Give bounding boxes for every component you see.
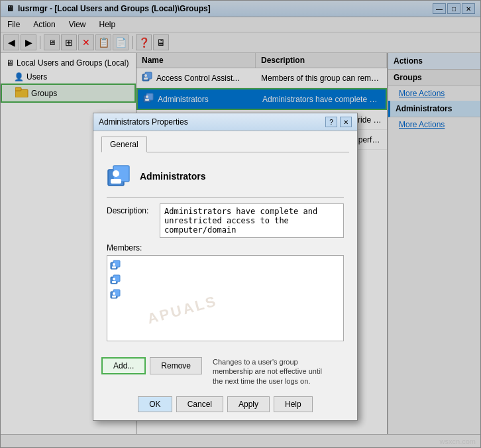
cancel-label: Cancel bbox=[187, 400, 212, 409]
dialog-title-bar: Administrators Properties ? ✕ bbox=[93, 113, 357, 131]
properties-dialog: Administrators Properties ? ✕ General bbox=[93, 113, 358, 421]
dialog-title: Administrators Properties bbox=[99, 117, 188, 127]
dialog-tabs: General bbox=[101, 137, 349, 152]
help-label: Help bbox=[285, 400, 301, 409]
apply-label: Apply bbox=[239, 400, 258, 409]
description-row: Description: bbox=[107, 203, 344, 238]
ok-label: OK bbox=[149, 400, 160, 409]
member-icon bbox=[110, 274, 122, 286]
svg-point-28 bbox=[113, 278, 115, 280]
divider-1 bbox=[107, 197, 344, 198]
dialog-help-button[interactable]: ? bbox=[325, 117, 337, 127]
members-label: Members: bbox=[107, 243, 344, 252]
ok-button[interactable]: OK bbox=[138, 396, 172, 412]
svg-point-32 bbox=[113, 292, 115, 295]
help-dialog-button[interactable]: Help bbox=[274, 396, 313, 412]
member-icon bbox=[110, 289, 122, 301]
group-name-label: Administrators bbox=[140, 171, 206, 182]
list-item bbox=[110, 288, 341, 302]
svg-rect-21 bbox=[111, 179, 121, 184]
dialog-body: Administrators Description: Members: bbox=[101, 158, 349, 347]
website-label: wsxcn.com bbox=[440, 437, 476, 445]
tab-general-label: General bbox=[110, 140, 138, 149]
svg-rect-29 bbox=[112, 281, 116, 283]
members-list[interactable] bbox=[107, 255, 344, 341]
description-field[interactable] bbox=[160, 203, 344, 238]
cancel-button[interactable]: Cancel bbox=[176, 396, 223, 412]
dialog-close-button[interactable]: ✕ bbox=[340, 117, 352, 127]
remove-button[interactable]: Remove bbox=[150, 357, 202, 374]
list-item bbox=[110, 273, 341, 288]
svg-point-20 bbox=[113, 170, 119, 177]
avatar bbox=[107, 163, 133, 190]
remove-button-label: Remove bbox=[161, 361, 191, 370]
group-name-row: Administrators bbox=[107, 163, 344, 190]
svg-point-24 bbox=[113, 263, 115, 266]
dialog-title-controls: ? ✕ bbox=[325, 117, 352, 127]
svg-rect-25 bbox=[112, 266, 116, 268]
list-item bbox=[110, 258, 341, 273]
note-text: Changes to a user's group membership are… bbox=[213, 357, 322, 386]
footer-buttons-left: Add... Remove bbox=[101, 357, 202, 374]
add-button[interactable]: Add... bbox=[101, 357, 146, 374]
tab-general[interactable]: General bbox=[101, 137, 147, 152]
description-label: Description: bbox=[107, 203, 160, 215]
dialog-footer: Add... Remove Changes to a user's group … bbox=[93, 352, 357, 394]
apply-button[interactable]: Apply bbox=[227, 396, 270, 412]
svg-rect-33 bbox=[112, 296, 116, 298]
dialog-content: General Administrators bbox=[93, 131, 357, 352]
dialog-overlay: Administrators Properties ? ✕ General bbox=[0, 0, 481, 448]
add-button-label: Add... bbox=[113, 361, 134, 370]
ok-cancel-row: OK Cancel Apply Help bbox=[93, 394, 357, 420]
member-icon bbox=[110, 260, 122, 272]
